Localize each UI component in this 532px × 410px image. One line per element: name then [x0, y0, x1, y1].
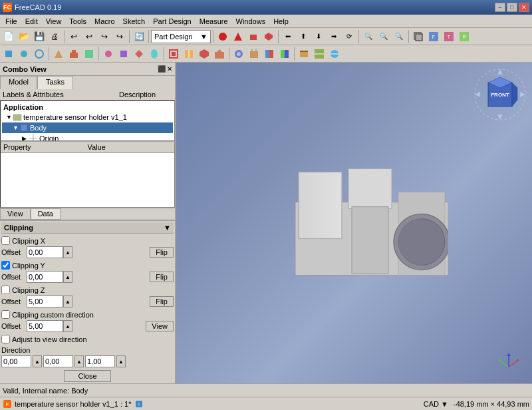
menu-macro[interactable]: Macro: [90, 16, 119, 27]
nav-btn2[interactable]: ⬆: [296, 29, 311, 44]
pd-btn14[interactable]: [212, 47, 227, 61]
viewport[interactable]: FRONT: [176, 63, 532, 383]
clip-z-checkbox[interactable]: [1, 286, 10, 294]
dir-y-spin[interactable]: ▲: [74, 355, 84, 367]
clip-x-spin-up[interactable]: ▲: [63, 246, 72, 258]
dir-z-input[interactable]: [85, 355, 115, 367]
expand-origin[interactable]: ▶: [22, 135, 29, 141]
clip-y-flip-btn[interactable]: Flip: [150, 272, 174, 282]
refresh-button[interactable]: 🔄: [132, 29, 146, 44]
clip-x-offset-input[interactable]: [27, 246, 63, 258]
pd-btn7[interactable]: [101, 47, 116, 61]
clip-y-checkbox[interactable]: [1, 261, 10, 270]
shape-btn3[interactable]: [246, 29, 261, 44]
clip-custom-checkbox[interactable]: [1, 310, 10, 319]
pd-btn21[interactable]: [327, 47, 342, 61]
pd-btn12[interactable]: [182, 47, 196, 61]
new-button[interactable]: 📄: [1, 29, 16, 44]
pd-btn13[interactable]: [197, 47, 211, 61]
combo-close-btn[interactable]: ✕: [167, 65, 172, 73]
pd-btn15[interactable]: [231, 47, 246, 61]
shape-btn2[interactable]: [231, 29, 245, 44]
zoom-btn1[interactable]: 🔍: [361, 29, 376, 44]
pd-btn17[interactable]: [262, 47, 277, 61]
dir-x-input[interactable]: [1, 355, 31, 367]
menu-edit[interactable]: Edit: [21, 16, 42, 27]
menu-sketch[interactable]: Sketch: [119, 16, 150, 27]
menu-part-design[interactable]: Part Design: [149, 16, 195, 27]
view-btn2[interactable]: T: [442, 29, 456, 44]
menu-windows[interactable]: Windows: [232, 16, 270, 27]
print-button[interactable]: 🖨: [47, 29, 62, 44]
clip-y-spin-up[interactable]: ▲: [63, 271, 72, 283]
tab-tasks[interactable]: Tasks: [37, 76, 73, 89]
clip-z-flip-btn[interactable]: Flip: [150, 296, 174, 307]
pd-btn11[interactable]: [166, 47, 181, 61]
open-button[interactable]: 📂: [17, 29, 31, 44]
workbench-dropdown[interactable]: Part Design ▼: [151, 30, 211, 43]
nav-btn5[interactable]: ⟳: [342, 29, 356, 44]
pd-btn18[interactable]: [277, 47, 292, 61]
menu-view[interactable]: View: [42, 16, 66, 27]
undo2-button[interactable]: ↩: [82, 29, 96, 44]
pd-btn2[interactable]: [17, 47, 31, 61]
nav-btn3[interactable]: ⬇: [311, 29, 326, 44]
tab-data[interactable]: Data: [31, 208, 61, 220]
close-button[interactable]: ✕: [519, 3, 529, 12]
clip-z-offset-input[interactable]: [27, 296, 63, 308]
redo-button[interactable]: ↪: [97, 29, 112, 44]
tree-item-origin[interactable]: ▶ Origin: [2, 133, 173, 141]
cube-btn1[interactable]: [411, 29, 426, 44]
pd-btn9[interactable]: [132, 47, 146, 61]
redo2-button[interactable]: ↪: [112, 29, 127, 44]
adjust-checkbox[interactable]: [1, 335, 10, 343]
pd-btn10[interactable]: [147, 47, 162, 61]
clip-custom-view-btn[interactable]: View: [146, 321, 174, 331]
nav-btn4[interactable]: ➡: [327, 29, 341, 44]
maximize-button[interactable]: □: [507, 3, 517, 12]
view-btn1[interactable]: F: [426, 29, 441, 44]
expand-body[interactable]: ▼: [13, 124, 19, 131]
clip-y-offset-input[interactable]: [27, 271, 63, 283]
tree-item-root[interactable]: ▼ temperature sensor holder v1_1: [2, 112, 173, 122]
nav-cube[interactable]: FRONT: [473, 68, 527, 121]
save-button[interactable]: 💾: [32, 29, 47, 44]
clip-x-checkbox[interactable]: [1, 236, 10, 245]
view-btn3[interactable]: R: [457, 29, 471, 44]
undo-button[interactable]: ↩: [66, 29, 81, 44]
pd-btn19[interactable]: [297, 47, 311, 61]
shape-btn4[interactable]: [261, 29, 276, 44]
combo-float-btn[interactable]: ⬛: [158, 65, 166, 73]
dir-z-spin[interactable]: ▲: [116, 355, 126, 367]
clip-custom-offset-input[interactable]: [27, 320, 63, 332]
clip-z-spin-up[interactable]: ▲: [63, 296, 72, 308]
clipping-collapse[interactable]: ▼: [164, 224, 171, 232]
cad-label[interactable]: CAD ▼: [424, 400, 448, 408]
tab-view[interactable]: View: [0, 208, 31, 220]
sphere-btn[interactable]: [215, 29, 230, 44]
dir-y-input[interactable]: [43, 355, 73, 367]
zoom-btn2[interactable]: 🔍: [376, 29, 391, 44]
pd-btn3[interactable]: [32, 47, 47, 61]
pd-btn1[interactable]: [1, 47, 16, 61]
clip-custom-spin-up[interactable]: ▲: [63, 320, 72, 332]
pd-btn8[interactable]: [116, 47, 131, 61]
tab-model[interactable]: Model: [0, 76, 37, 89]
pd-btn6[interactable]: [82, 47, 96, 61]
menu-measure[interactable]: Measure: [196, 16, 232, 27]
close-dialog-btn[interactable]: Close: [64, 370, 110, 382]
pd-btn20[interactable]: [312, 47, 327, 61]
minimize-button[interactable]: –: [495, 3, 505, 12]
nav-btn1[interactable]: ⬅: [281, 29, 295, 44]
clip-x-flip-btn[interactable]: Flip: [150, 247, 174, 258]
pd-btn4[interactable]: [51, 47, 66, 61]
menu-help[interactable]: Help: [269, 16, 293, 27]
tree-item-body[interactable]: ▼ Body: [2, 122, 173, 133]
menu-tools[interactable]: Tools: [65, 16, 90, 27]
zoom-btn3[interactable]: 🔍: [392, 29, 406, 44]
expand-root[interactable]: ▼: [6, 114, 13, 120]
menu-file[interactable]: File: [1, 16, 21, 27]
pd-btn16[interactable]: [247, 47, 261, 61]
dir-x-spin[interactable]: ▲: [33, 355, 42, 367]
pd-btn5[interactable]: [66, 47, 81, 61]
